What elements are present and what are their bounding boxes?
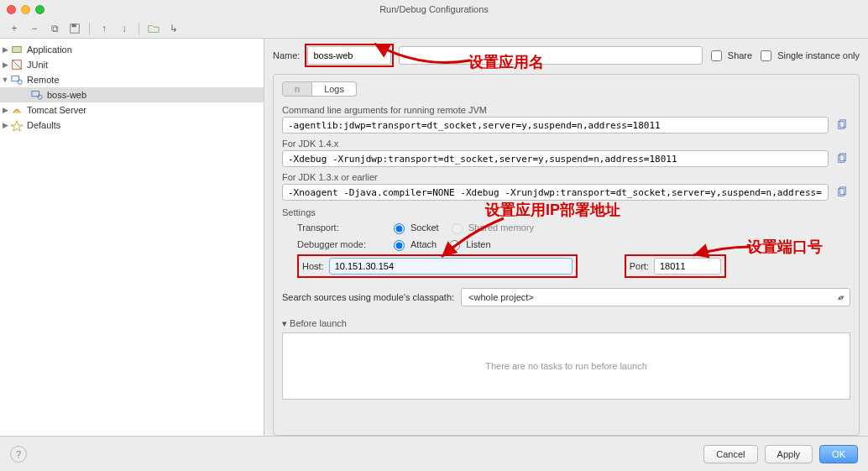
move-up-button[interactable]: ↑ [97,21,112,36]
chevron-updown-icon: ▴▾ [838,293,843,301]
copy-button[interactable]: ⧉ [47,21,62,36]
port-field[interactable] [654,258,721,275]
jdk14-field[interactable] [282,150,829,167]
module-classpath-combo[interactable]: <whole project> ▴▾ [461,288,850,306]
add-button[interactable]: + [7,21,22,36]
debugger-attach-radio[interactable]: Attach [390,238,437,251]
port-label: Port: [630,261,649,271]
tree-label: Defaults [27,120,60,130]
jdk14-label: For JDK 1.4.x [282,139,850,149]
cmdline-field[interactable] [282,117,829,133]
transport-socket-radio[interactable]: Socket [390,221,439,234]
defaults-icon [10,119,24,131]
config-toolbar: + − ⧉ ↑ ↓ ↳ [0,18,868,39]
name-field-tail[interactable] [399,46,702,65]
svg-rect-1 [72,24,76,27]
tree-item-application[interactable]: ▶ Application [0,42,264,57]
combo-value: <whole project> [468,292,534,302]
cmdline-label: Command line arguments for running remot… [282,105,850,115]
remove-button[interactable]: − [27,21,42,36]
tree-item-defaults[interactable]: ▶ Defaults [0,118,264,133]
remote-icon [10,74,24,86]
collapse-button[interactable]: ↳ [166,21,181,36]
before-launch-heading[interactable]: ▾ Before launch [282,318,850,329]
save-button[interactable] [67,21,82,36]
host-label: Host: [302,261,324,271]
cancel-button[interactable]: Cancel [703,445,757,463]
tab-logs[interactable]: Logs [312,81,357,97]
move-down-button[interactable]: ↓ [117,21,132,36]
tree-label: Remote [27,75,60,85]
transport-label: Transport: [297,222,381,233]
copy-icon[interactable] [834,117,850,133]
debugger-listen-radio[interactable]: Listen [445,238,490,251]
tree-item-tomcat[interactable]: ▶ Tomcat Server [0,102,264,118]
tab-configuration[interactable]: n [282,81,312,97]
share-checkbox[interactable]: Share [708,48,752,64]
search-sources-label: Search sources using module's classpath: [282,292,454,302]
junit-icon [10,59,24,71]
transport-shared-radio: Shared memory [447,221,534,234]
tree-item-junit[interactable]: ▶ JUnit [0,57,264,72]
tree-item-remote[interactable]: ▼ Remote [0,72,264,87]
host-field[interactable] [329,258,573,275]
tree-label: Tomcat Server [27,105,86,115]
copy-icon[interactable] [834,184,850,201]
name-label: Name: [273,50,300,60]
tomcat-icon [10,104,24,116]
help-button[interactable]: ? [10,446,27,463]
application-icon [10,44,24,55]
settings-heading: Settings [282,207,850,217]
tree-label: JUnit [27,60,48,70]
single-instance-checkbox[interactable]: Single instance only [757,48,860,64]
name-field[interactable] [307,46,391,65]
svg-rect-2 [13,47,22,53]
svg-point-5 [18,80,22,84]
folder-button[interactable] [146,21,161,36]
svg-point-7 [38,95,42,99]
copy-icon[interactable] [834,150,850,167]
before-launch-empty: There are no tasks to run before launch [485,361,647,371]
jdk13-field[interactable] [282,184,829,201]
window-title: Run/Debug Configurations [0,4,868,14]
ok-button[interactable]: OK [819,445,858,463]
tree-item-remote-boss-web[interactable]: boss-web [0,87,264,102]
before-launch-list: There are no tasks to run before launch [282,332,850,400]
remote-icon [30,89,44,101]
tree-label: Application [27,44,72,55]
config-tree[interactable]: ▶ Application ▶ JUnit ▼ Remote boss-web … [0,39,264,436]
apply-button[interactable]: Apply [765,445,813,463]
titlebar: Run/Debug Configurations [0,0,868,18]
jdk13-label: For JDK 1.3.x or earlier [282,172,850,182]
tree-label: boss-web [47,90,86,100]
debugger-mode-label: Debugger mode: [297,239,381,249]
